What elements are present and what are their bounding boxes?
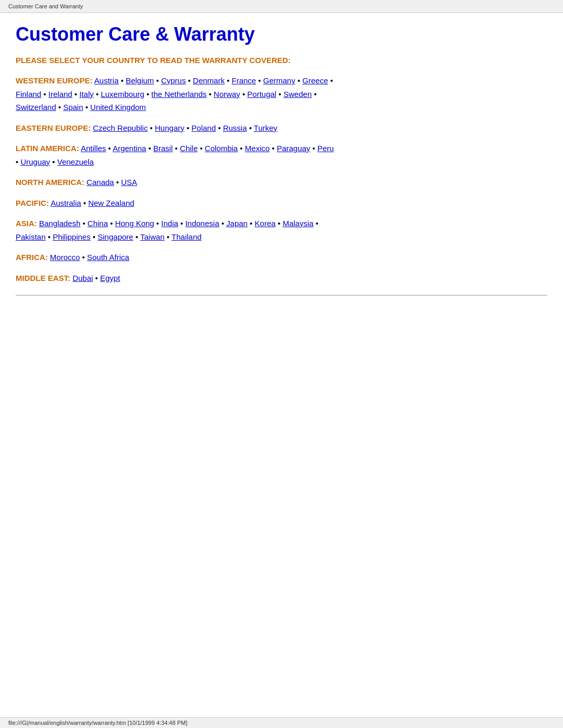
- link-south-africa[interactable]: South Africa: [87, 253, 129, 262]
- link-paraguay[interactable]: Paraguay: [277, 144, 310, 153]
- link-hungary[interactable]: Hungary: [155, 124, 185, 132]
- link-mexico[interactable]: Mexico: [245, 144, 270, 153]
- link-cyprus[interactable]: Cyprus: [161, 76, 186, 85]
- page-title: Customer Care & Warranty: [16, 23, 547, 45]
- north-america-label: NORTH AMERICA:: [16, 178, 84, 187]
- link-new-zealand[interactable]: New Zealand: [88, 199, 134, 207]
- link-italy[interactable]: Italy: [79, 90, 94, 98]
- link-taiwan[interactable]: Taiwan: [140, 232, 165, 241]
- link-china[interactable]: China: [88, 219, 108, 228]
- link-turkey[interactable]: Turkey: [254, 124, 277, 132]
- eastern-europe-label: EASTERN EUROPE:: [16, 124, 91, 132]
- region-pacific: PACIFIC: Australia • New Zealand: [16, 196, 547, 210]
- link-colombia[interactable]: Colombia: [205, 144, 238, 153]
- region-middle-east: MIDDLE EAST: Dubai • Egypt: [16, 272, 547, 285]
- region-asia: ASIA: Bangladesh • China • Hong Kong • I…: [16, 217, 547, 243]
- link-morocco[interactable]: Morocco: [50, 253, 80, 262]
- link-czech-republic[interactable]: Czech Republic: [93, 124, 148, 132]
- link-brasil[interactable]: Brasil: [153, 144, 173, 153]
- region-latin-america: LATIN AMERICA: Antilles • Argentina • Br…: [16, 142, 547, 168]
- link-argentina[interactable]: Argentina: [113, 144, 146, 153]
- link-india[interactable]: India: [161, 219, 178, 228]
- link-uruguay[interactable]: Uruguay: [20, 157, 50, 166]
- link-chile[interactable]: Chile: [180, 144, 198, 153]
- pacific-label: PACIFIC:: [16, 199, 49, 207]
- main-content: Customer Care & Warranty PLEASE SELECT Y…: [0, 13, 563, 337]
- region-western-europe: WESTERN EUROPE: Austria • Belgium • Cypr…: [16, 74, 547, 114]
- link-belgium[interactable]: Belgium: [126, 76, 154, 85]
- link-peru[interactable]: Peru: [317, 144, 334, 153]
- link-united-kingdom[interactable]: United Kingdom: [90, 103, 146, 112]
- link-ireland[interactable]: Ireland: [48, 90, 72, 98]
- link-pakistan[interactable]: Pakistan: [16, 232, 46, 241]
- link-norway[interactable]: Norway: [214, 90, 240, 98]
- link-singapore[interactable]: Singapore: [97, 232, 133, 241]
- content-divider: [16, 295, 547, 295]
- link-japan[interactable]: Japan: [226, 219, 248, 228]
- asia-label: ASIA:: [16, 219, 37, 228]
- status-bar: file:///G|/manual/english/warranty/warra…: [0, 717, 563, 728]
- link-russia[interactable]: Russia: [223, 124, 247, 132]
- instruction-text: PLEASE SELECT YOUR COUNTRY TO READ THE W…: [16, 56, 547, 65]
- link-switzerland[interactable]: Switzerland: [16, 103, 56, 112]
- region-north-america: NORTH AMERICA: Canada • USA: [16, 176, 547, 189]
- link-korea[interactable]: Korea: [255, 219, 276, 228]
- link-finland[interactable]: Finland: [16, 90, 41, 98]
- link-malaysia[interactable]: Malaysia: [283, 219, 313, 228]
- link-netherlands[interactable]: the Netherlands: [151, 90, 206, 98]
- link-france[interactable]: France: [232, 76, 256, 85]
- link-bangladesh[interactable]: Bangladesh: [39, 219, 80, 228]
- link-thailand[interactable]: Thailand: [172, 232, 202, 241]
- link-venezuela[interactable]: Venezuela: [57, 157, 94, 166]
- link-greece[interactable]: Greece: [302, 76, 328, 85]
- region-eastern-europe: EASTERN EUROPE: Czech Republic • Hungary…: [16, 121, 547, 135]
- africa-label: AFRICA:: [16, 253, 48, 262]
- link-dubai[interactable]: Dubai: [72, 274, 93, 282]
- region-africa: AFRICA: Morocco • South Africa: [16, 251, 547, 264]
- link-egypt[interactable]: Egypt: [100, 274, 120, 282]
- link-philippines[interactable]: Philippines: [53, 232, 91, 241]
- link-indonesia[interactable]: Indonesia: [185, 219, 219, 228]
- middle-east-label: MIDDLE EAST:: [16, 274, 70, 282]
- tab-title: Customer Care and Warranty: [8, 3, 83, 9]
- link-portugal[interactable]: Portugal: [247, 90, 276, 98]
- link-luxembourg[interactable]: Luxembourg: [101, 90, 144, 98]
- link-australia[interactable]: Australia: [51, 199, 81, 207]
- link-canada[interactable]: Canada: [87, 178, 114, 187]
- latin-america-label: LATIN AMERICA:: [16, 144, 79, 153]
- western-europe-label: WESTERN EUROPE:: [16, 76, 93, 85]
- link-spain[interactable]: Spain: [63, 103, 83, 112]
- link-hong-kong[interactable]: Hong Kong: [115, 219, 154, 228]
- browser-tab: Customer Care and Warranty: [0, 0, 563, 13]
- link-austria[interactable]: Austria: [94, 76, 119, 85]
- link-usa[interactable]: USA: [121, 178, 137, 187]
- link-germany[interactable]: Germany: [263, 76, 296, 85]
- link-denmark[interactable]: Denmark: [193, 76, 225, 85]
- link-sweden[interactable]: Sweden: [284, 90, 312, 98]
- link-poland[interactable]: Poland: [191, 124, 216, 132]
- status-bar-text: file:///G|/manual/english/warranty/warra…: [8, 720, 187, 726]
- link-antilles[interactable]: Antilles: [81, 144, 106, 153]
